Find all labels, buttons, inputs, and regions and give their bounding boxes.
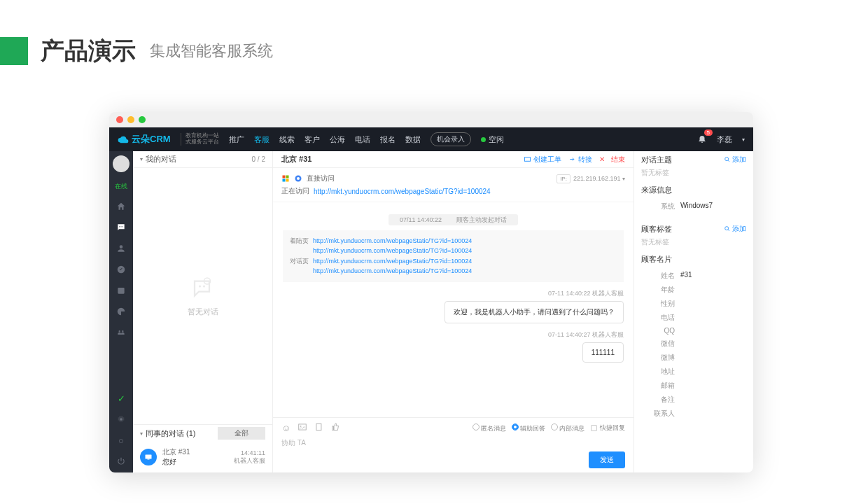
chat-panel: 北京 #31 创建工单 转接 ✕ 结束 直接访问 IP:221.219.162.…	[273, 151, 634, 472]
tab-all[interactable]: 全部	[218, 427, 265, 440]
collapse-icon: ▾	[140, 430, 143, 437]
nav-public[interactable]: 公海	[330, 134, 345, 145]
chevron-down-icon[interactable]: ▾	[622, 176, 625, 182]
team-icon[interactable]	[115, 327, 127, 338]
opportunity-button[interactable]: 机会录入	[430, 132, 471, 146]
svg-rect-12	[283, 176, 286, 178]
logo: 云朵CRM	[118, 133, 171, 146]
empty-state: 暂无对话	[133, 168, 272, 424]
nav-promo[interactable]: 推广	[229, 134, 244, 145]
conversation-item[interactable]: 北京 #31 您好 14:41:11 机器人客服	[133, 442, 272, 472]
pie-chart-icon[interactable]	[115, 306, 127, 317]
help-icon[interactable]: ○	[115, 435, 127, 446]
minimize-dot[interactable]	[127, 116, 134, 123]
ip-label: IP:	[556, 174, 570, 183]
online-status: 在线	[115, 182, 127, 191]
slide-subtitle: 集成智能客服系统	[150, 41, 273, 62]
bot-message-1: 07-11 14:40:22 机器人客服 欢迎，我是机器人小助手，请问遇到了什么…	[283, 289, 624, 323]
close-dot[interactable]	[116, 116, 123, 123]
status-indicator: 空闲	[481, 134, 504, 145]
svg-point-7	[199, 285, 201, 287]
attachment-icon[interactable]	[314, 422, 324, 434]
opt-internal[interactable]: 内部消息	[551, 424, 584, 433]
maximize-dot[interactable]	[139, 116, 146, 123]
power-icon[interactable]	[115, 456, 127, 467]
bot-message-2: 07-11 14:40:27 机器人客服 111111	[283, 330, 624, 363]
search-icon	[724, 225, 731, 232]
channel-icon	[140, 449, 157, 465]
nav-customers[interactable]: 客户	[304, 134, 320, 145]
chevron-down-icon[interactable]: ▾	[742, 136, 745, 143]
svg-point-8	[203, 285, 205, 287]
svg-rect-15	[286, 179, 289, 182]
opt-assist[interactable]: 辅助回答	[512, 424, 545, 433]
info-panel: 对话主题 添加 暂无标签 来源信息 系统Windows7 顾客标签 添加 暂无标…	[634, 151, 753, 472]
card-header: 顾客名片	[641, 254, 746, 265]
accent-block	[0, 37, 28, 65]
no-topic-tag: 暂无标签	[641, 168, 746, 178]
add-topic-button[interactable]: 添加	[724, 155, 746, 164]
window-traffic-lights	[109, 112, 753, 127]
svg-rect-4	[118, 288, 124, 294]
svg-rect-13	[286, 176, 289, 178]
quick-reply-icon	[590, 424, 598, 432]
notification-bell[interactable]: 5	[697, 134, 707, 145]
transfer-button[interactable]: 转接	[568, 155, 592, 164]
colleague-conversations-header[interactable]: ▾ 同事的对话 (1) 全部	[133, 425, 272, 442]
transfer-icon	[568, 155, 576, 163]
thumbs-up-icon[interactable]	[331, 422, 341, 434]
wifi-icon[interactable]: ✓	[115, 393, 127, 404]
logo-subtitle: 教育机构一站式服务云平台	[181, 133, 219, 146]
top-nav: 云朵CRM 教育机构一站式服务云平台 推广 客服 线索 客户 公海 电话 报名 …	[109, 127, 753, 151]
notification-badge: 5	[704, 130, 713, 136]
tags-header: 顾客标签	[641, 224, 672, 234]
topic-header: 对话主题	[641, 155, 672, 165]
user-avatar[interactable]	[113, 155, 130, 172]
url-block: 着陆页http://mkt.yunduocrm.com/webpageStati…	[283, 230, 624, 282]
add-tag-button[interactable]: 添加	[724, 224, 746, 234]
nav-phone[interactable]: 电话	[355, 134, 370, 145]
chat-title: 北京 #31	[281, 154, 312, 164]
nav-leads[interactable]: 线索	[279, 134, 295, 145]
conversation-panel: ▾ 我的对话 0 / 2 暂无对话 ▾ 同事的对话 (1) 全部	[133, 151, 273, 472]
send-button[interactable]: 发送	[589, 451, 625, 468]
svg-point-17	[297, 177, 300, 180]
no-customer-tag: 暂无标签	[641, 237, 746, 247]
svg-rect-9	[146, 455, 152, 459]
close-icon: ✕	[599, 155, 605, 163]
app-window: 云朵CRM 教育机构一站式服务云平台 推广 客服 线索 客户 公海 电话 报名 …	[109, 112, 753, 472]
nav-data[interactable]: 数据	[405, 134, 421, 145]
calendar-icon[interactable]	[115, 285, 127, 296]
svg-point-22	[725, 158, 729, 161]
svg-point-1	[120, 226, 121, 227]
composer: ☺ 匿名消息 辅助回答 内部消息 快捷回复 发送	[273, 417, 634, 472]
ticket-icon	[524, 155, 531, 163]
system-message: 07/11 14:40:22 顾客主动发起对话	[283, 215, 624, 225]
svg-rect-21	[592, 426, 596, 430]
svg-rect-20	[316, 424, 321, 430]
gear-icon[interactable]	[115, 414, 127, 425]
empty-chat-icon	[190, 276, 216, 301]
chrome-icon	[294, 174, 302, 183]
visiting-url[interactable]: http://mkt.yunduocrm.com/webpageStatic/T…	[314, 188, 491, 195]
slide-title: 产品演示	[41, 35, 136, 67]
message-input[interactable]	[281, 434, 625, 450]
quick-reply-button[interactable]: 快捷回复	[590, 424, 625, 433]
svg-rect-14	[283, 179, 286, 182]
cloud-icon	[118, 134, 129, 145]
image-icon[interactable]	[298, 422, 307, 434]
emoji-icon[interactable]: ☺	[281, 423, 290, 433]
person-icon[interactable]	[115, 243, 127, 254]
side-rail: 在线 ✓ ○	[109, 151, 133, 472]
create-ticket-button[interactable]: 创建工单	[524, 155, 561, 164]
check-circle-icon[interactable]	[115, 264, 127, 275]
opt-anonymous[interactable]: 匿名消息	[472, 424, 506, 433]
my-conversations-header[interactable]: ▾ 我的对话 0 / 2	[133, 151, 272, 168]
nav-signup[interactable]: 报名	[380, 134, 396, 145]
user-name[interactable]: 李磊	[717, 134, 732, 145]
chat-icon[interactable]	[115, 222, 127, 233]
end-button[interactable]: ✕ 结束	[599, 155, 625, 164]
home-icon[interactable]	[115, 201, 127, 212]
chat-meta: 直接访问 IP:221.219.162.191 ▾ 正在访问 http://mk…	[273, 168, 634, 202]
nav-service[interactable]: 客服	[254, 134, 270, 145]
